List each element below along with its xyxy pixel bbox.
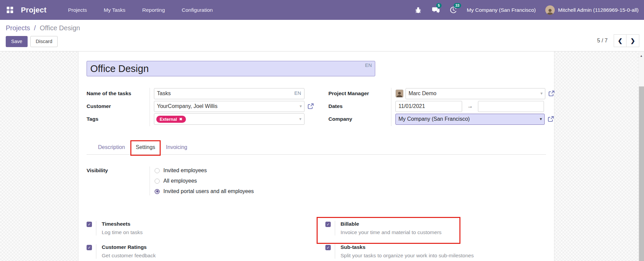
save-button[interactable]: Save <box>6 36 28 47</box>
label-customer: Customer <box>87 101 150 112</box>
task-name-input[interactable] <box>154 88 304 99</box>
radio-label: Invited employees <box>163 167 207 174</box>
setting-title: Billable <box>341 221 442 227</box>
label-dates: Dates <box>328 101 391 112</box>
main-menu: Projects My Tasks Reporting Configuratio… <box>68 7 213 13</box>
manager-avatar <box>395 89 404 98</box>
customer-ratings-checkbox[interactable]: ✓ <box>87 245 92 250</box>
tag-label: External <box>160 117 177 122</box>
radio-label: Invited portal users and all employees <box>163 188 254 194</box>
navbar-right: 5 33 My Company (San Francisco) Mitchell… <box>414 5 639 15</box>
check-icon: ✓ <box>88 246 91 250</box>
menu-my-tasks[interactable]: My Tasks <box>104 7 125 13</box>
notebook-tabs: Description Settings Invoicing <box>87 142 546 155</box>
app-title: Project <box>21 6 46 14</box>
company-external-link-icon[interactable] <box>547 116 554 122</box>
date-range-arrow-icon: → <box>467 103 473 110</box>
tag-remove-icon[interactable]: ✖ <box>179 117 182 121</box>
breadcrumb-projects-link[interactable]: Projects <box>6 24 30 32</box>
company-input[interactable] <box>395 114 545 125</box>
title-language-badge[interactable]: EN <box>365 63 372 68</box>
breadcrumb-separator: / <box>34 24 36 32</box>
setting-description: Split your tasks to organize your work i… <box>341 253 474 259</box>
label-name-of-tasks: Name of the tasks <box>87 88 150 99</box>
radio-icon[interactable] <box>155 168 160 173</box>
setting-description: Get customer feedback <box>102 253 156 259</box>
pager-next-button[interactable]: ❯ <box>626 34 639 47</box>
project-manager-input[interactable] <box>406 88 545 99</box>
setting-customer-ratings: ✓ Customer Ratings Get customer feedback <box>87 244 317 259</box>
check-icon: ✓ <box>326 246 329 250</box>
grid-icon <box>7 7 13 13</box>
user-name: Mitchell Admin (11286969-15-0-all) <box>558 7 639 13</box>
timesheets-checkbox[interactable]: ✓ <box>87 222 92 227</box>
radio-label: All employees <box>163 178 197 184</box>
setting-title: Customer Ratings <box>102 244 156 250</box>
form-buttons: Save Discard <box>6 36 638 47</box>
scrollbar-up-arrow-icon[interactable]: ▲ <box>639 54 644 58</box>
tab-description[interactable]: Description <box>93 142 130 154</box>
chevron-right-icon: ❯ <box>630 37 635 44</box>
setting-sub-tasks: ✓ Sub-tasks Split your tasks to organize… <box>317 244 547 259</box>
label-tags: Tags <box>87 113 150 125</box>
tag-external[interactable]: External ✖ <box>156 116 186 123</box>
setting-billable: ✓ Billable Invoice your time and materia… <box>317 221 547 235</box>
label-company: Company <box>328 113 391 125</box>
project-title-field: EN <box>87 61 375 76</box>
check-icon: ✓ <box>326 222 329 226</box>
form-sheet: EN Name of the tasks Customer Tags EN <box>78 51 554 261</box>
setting-title: Timesheets <box>102 221 142 227</box>
right-field-group: Project Manager Dates Company ▾ <box>328 88 554 126</box>
radio-invited-employees[interactable]: Invited employees <box>155 166 254 175</box>
project-title-input[interactable] <box>87 61 375 76</box>
field-groups: Name of the tasks Customer Tags EN <box>87 88 546 126</box>
pager: 5 / 7 ❮ ❯ <box>597 34 639 47</box>
setting-title: Sub-tasks <box>341 244 474 250</box>
radio-icon[interactable] <box>155 179 160 184</box>
user-menu[interactable]: Mitchell Admin (11286969-15-0-all) <box>545 5 639 15</box>
visibility-section: Visibility Invited employees All employe… <box>87 166 546 195</box>
discard-button[interactable]: Discard <box>30 36 58 47</box>
date-start-input[interactable] <box>395 101 462 112</box>
setting-description: Invoice your time and material to custom… <box>341 229 442 235</box>
menu-reporting[interactable]: Reporting <box>142 7 165 13</box>
top-navbar: Project Projects My Tasks Reporting Conf… <box>0 0 644 20</box>
messages-count-badge: 5 <box>436 3 442 8</box>
label-visibility: Visibility <box>87 166 150 175</box>
control-panel: Projects / Office Design Save Discard 5 … <box>0 20 644 51</box>
task-name-language-badge[interactable]: EN <box>294 90 301 96</box>
pager-previous-button[interactable]: ❮ <box>614 34 626 47</box>
tags-input[interactable]: External ✖ ▾ <box>154 113 304 125</box>
setting-description: Log time on tasks <box>102 229 142 235</box>
date-end-input[interactable] <box>478 101 544 112</box>
scrollbar-thumb[interactable] <box>639 86 644 261</box>
breadcrumb: Projects / Office Design <box>6 24 638 32</box>
check-icon: ✓ <box>88 222 91 226</box>
setting-timesheets: ✓ Timesheets Log time on tasks <box>87 221 317 235</box>
activities-clock-icon[interactable]: 33 <box>449 6 457 14</box>
menu-projects[interactable]: Projects <box>68 7 87 13</box>
sub-tasks-checkbox[interactable]: ✓ <box>325 245 331 250</box>
billable-checkbox[interactable]: ✓ <box>325 222 331 227</box>
menu-configuration[interactable]: Configuration <box>182 7 213 13</box>
user-avatar <box>545 5 555 15</box>
pager-counter: 5 / 7 <box>597 38 608 44</box>
messages-icon[interactable]: 5 <box>432 6 440 14</box>
breadcrumb-current: Office Design <box>40 24 80 32</box>
tags-dropdown-caret-icon[interactable]: ▾ <box>299 116 301 121</box>
vertical-scrollbar[interactable]: ▲ <box>638 51 644 261</box>
radio-invited-portal-users[interactable]: Invited portal users and all employees <box>155 187 254 195</box>
tab-invoicing[interactable]: Invoicing <box>161 142 193 154</box>
tab-settings[interactable]: Settings <box>130 140 161 156</box>
radio-all-employees[interactable]: All employees <box>155 177 254 185</box>
radio-selected-icon[interactable] <box>155 189 160 194</box>
customer-input[interactable] <box>154 101 304 112</box>
apps-menu-icon[interactable] <box>5 6 14 14</box>
activities-count-badge: 33 <box>454 3 461 8</box>
customer-external-link-icon[interactable] <box>307 103 314 110</box>
left-field-group: Name of the tasks Customer Tags EN <box>87 88 314 126</box>
company-switcher[interactable]: My Company (San Francisco) <box>467 7 536 13</box>
manager-external-link-icon[interactable] <box>548 90 554 97</box>
settings-options-grid: ✓ Timesheets Log time on tasks ✓ Billabl… <box>87 221 546 259</box>
debug-bug-icon[interactable] <box>414 6 422 14</box>
